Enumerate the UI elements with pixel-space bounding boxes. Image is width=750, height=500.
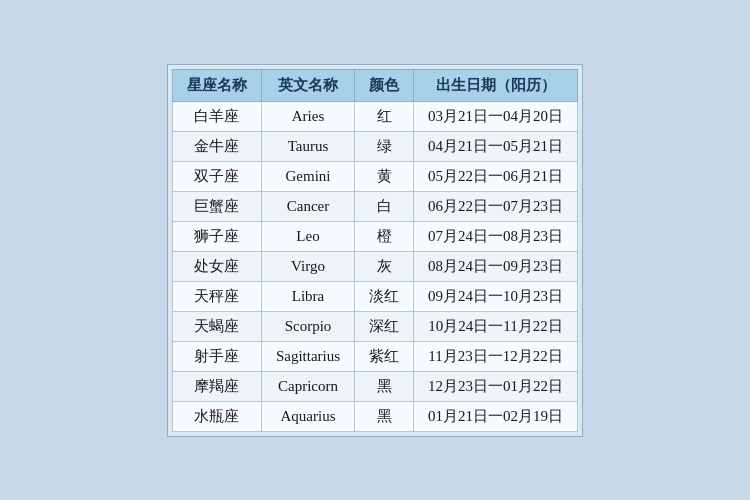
table-row: 狮子座Leo橙07月24日一08月23日 — [172, 221, 577, 251]
cell-english-name: Sagittarius — [261, 341, 354, 371]
cell-color: 红 — [355, 101, 414, 131]
cell-color: 黑 — [355, 371, 414, 401]
table-row: 金牛座Taurus绿04月21日一05月21日 — [172, 131, 577, 161]
cell-dates: 07月24日一08月23日 — [414, 221, 578, 251]
cell-dates: 01月21日一02月19日 — [414, 401, 578, 431]
table-row: 巨蟹座Cancer白06月22日一07月23日 — [172, 191, 577, 221]
table-row: 天秤座Libra淡红09月24日一10月23日 — [172, 281, 577, 311]
cell-dates: 12月23日一01月22日 — [414, 371, 578, 401]
cell-chinese-name: 狮子座 — [172, 221, 261, 251]
table-row: 天蝎座Scorpio深红10月24日一11月22日 — [172, 311, 577, 341]
cell-chinese-name: 巨蟹座 — [172, 191, 261, 221]
cell-chinese-name: 处女座 — [172, 251, 261, 281]
zodiac-table: 星座名称 英文名称 颜色 出生日期（阳历） 白羊座Aries红03月21日一04… — [172, 69, 578, 432]
cell-dates: 08月24日一09月23日 — [414, 251, 578, 281]
table-row: 摩羯座Capricorn黑12月23日一01月22日 — [172, 371, 577, 401]
cell-english-name: Scorpio — [261, 311, 354, 341]
cell-chinese-name: 水瓶座 — [172, 401, 261, 431]
cell-chinese-name: 摩羯座 — [172, 371, 261, 401]
table-body: 白羊座Aries红03月21日一04月20日金牛座Taurus绿04月21日一0… — [172, 101, 577, 431]
cell-dates: 03月21日一04月20日 — [414, 101, 578, 131]
header-dates: 出生日期（阳历） — [414, 69, 578, 101]
cell-english-name: Aquarius — [261, 401, 354, 431]
cell-color: 白 — [355, 191, 414, 221]
table-row: 处女座Virgo灰08月24日一09月23日 — [172, 251, 577, 281]
cell-dates: 04月21日一05月21日 — [414, 131, 578, 161]
cell-dates: 05月22日一06月21日 — [414, 161, 578, 191]
cell-color: 黑 — [355, 401, 414, 431]
cell-dates: 06月22日一07月23日 — [414, 191, 578, 221]
cell-dates: 09月24日一10月23日 — [414, 281, 578, 311]
cell-english-name: Taurus — [261, 131, 354, 161]
zodiac-table-container: 星座名称 英文名称 颜色 出生日期（阳历） 白羊座Aries红03月21日一04… — [167, 64, 583, 437]
cell-dates: 10月24日一11月22日 — [414, 311, 578, 341]
cell-color: 灰 — [355, 251, 414, 281]
cell-color: 淡红 — [355, 281, 414, 311]
cell-english-name: Virgo — [261, 251, 354, 281]
cell-chinese-name: 天秤座 — [172, 281, 261, 311]
cell-english-name: Cancer — [261, 191, 354, 221]
cell-english-name: Leo — [261, 221, 354, 251]
table-row: 射手座Sagittarius紫红11月23日一12月22日 — [172, 341, 577, 371]
cell-chinese-name: 金牛座 — [172, 131, 261, 161]
cell-color: 橙 — [355, 221, 414, 251]
cell-english-name: Libra — [261, 281, 354, 311]
cell-chinese-name: 天蝎座 — [172, 311, 261, 341]
header-color: 颜色 — [355, 69, 414, 101]
header-english-name: 英文名称 — [261, 69, 354, 101]
cell-english-name: Capricorn — [261, 371, 354, 401]
cell-color: 深红 — [355, 311, 414, 341]
cell-english-name: Gemini — [261, 161, 354, 191]
cell-chinese-name: 双子座 — [172, 161, 261, 191]
table-row: 双子座Gemini黄05月22日一06月21日 — [172, 161, 577, 191]
table-row: 白羊座Aries红03月21日一04月20日 — [172, 101, 577, 131]
table-header-row: 星座名称 英文名称 颜色 出生日期（阳历） — [172, 69, 577, 101]
cell-english-name: Aries — [261, 101, 354, 131]
cell-color: 紫红 — [355, 341, 414, 371]
cell-dates: 11月23日一12月22日 — [414, 341, 578, 371]
cell-color: 绿 — [355, 131, 414, 161]
cell-chinese-name: 白羊座 — [172, 101, 261, 131]
cell-chinese-name: 射手座 — [172, 341, 261, 371]
cell-color: 黄 — [355, 161, 414, 191]
table-row: 水瓶座Aquarius黑01月21日一02月19日 — [172, 401, 577, 431]
header-chinese-name: 星座名称 — [172, 69, 261, 101]
